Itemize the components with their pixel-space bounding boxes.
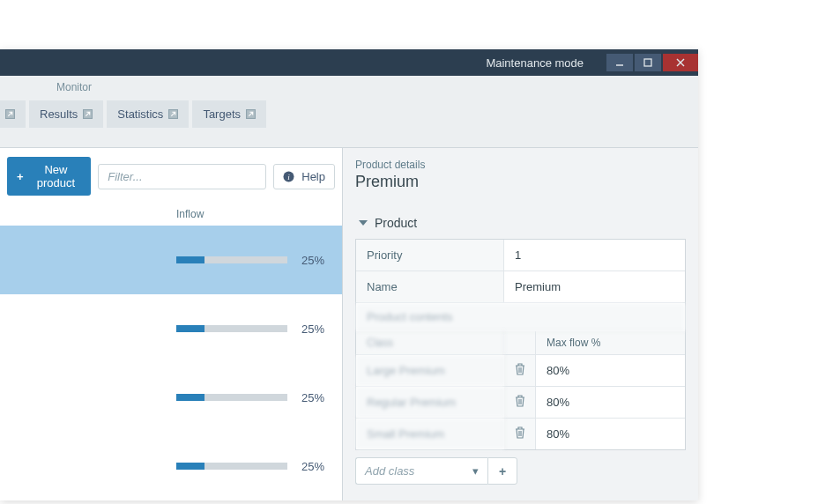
new-product-button[interactable]: + New product [7,157,91,196]
contents-header: Product contents [356,303,685,331]
list-row[interactable]: 25% [0,294,342,363]
class-name: Small Premium [356,419,504,449]
section-toggle-product[interactable]: Product [355,207,686,239]
add-class-bar: Add class ▾ + [355,457,686,485]
product-list-panel: + New product i Help Inflow 25%25%25%25% [0,148,343,500]
list-row[interactable]: 25% [0,226,342,294]
app-window: Maintenance mode Monitor Results Statist… [0,49,698,500]
trash-icon[interactable] [515,426,525,442]
add-class-button[interactable]: + [487,457,517,485]
inflow-bar [176,394,287,401]
titlebar: Maintenance mode [0,49,698,76]
inflow-pct: 25% [301,460,324,473]
plus-icon: + [17,170,24,183]
chevron-down-icon [359,220,368,226]
inflow-pct: 25% [301,254,324,267]
tab-blank[interactable] [0,100,26,128]
priority-label: Priority [356,240,504,271]
inflow-pct: 25% [301,322,324,336]
name-value[interactable]: Premium [504,271,685,302]
tab-statistics[interactable]: Statistics [107,100,189,128]
maximize-button[interactable] [635,54,661,71]
class-row: Small Premium80% [356,419,685,449]
class-flow[interactable]: 80% [536,387,685,418]
tab-label: Statistics [117,107,163,121]
list-row[interactable]: 25% [0,432,342,500]
details-name: Premium [355,173,686,191]
class-flow[interactable]: 80% [536,419,685,449]
filter-input[interactable] [98,164,266,189]
class-name: Large Premium [356,355,504,386]
help-label: Help [301,170,325,183]
trash-icon[interactable] [515,363,525,379]
priority-value[interactable]: 1 [504,240,685,271]
tabs: Results Statistics Targets [0,100,698,128]
popout-icon [168,109,178,119]
inflow-bar [176,256,287,263]
details-label: Product details [355,159,686,171]
class-row: Regular Premium80% [356,387,685,419]
toolbar: + New product i Help [0,148,342,204]
details-panel: Product details Premium Product Priority… [343,148,698,500]
class-flow[interactable]: 80% [536,355,685,386]
info-icon: i [283,171,294,182]
popout-icon [5,109,15,119]
tab-label: Targets [203,107,241,121]
add-class-select[interactable]: Add class ▾ [355,457,487,485]
ribbon: Monitor Results Statistics Targets [0,76,698,148]
tab-results[interactable]: Results [29,100,103,128]
section-label: Product [375,216,417,230]
inflow-bar [176,463,287,470]
ribbon-group-label: Monitor [0,76,698,100]
chevron-down-icon: ▾ [472,464,479,478]
content: + New product i Help Inflow 25%25%25%25%… [0,148,698,500]
inflow-header: Inflow [0,204,342,226]
tab-targets[interactable]: Targets [192,100,266,128]
class-row: Large Premium80% [356,355,685,387]
col-class: Class [356,331,504,354]
minimize-button[interactable] [606,54,633,71]
popout-icon [83,109,93,119]
close-button[interactable] [663,54,698,71]
inflow-pct: 25% [301,391,324,404]
row-priority: Priority 1 [356,240,685,271]
help-button[interactable]: i Help [273,164,335,189]
contents-columns: Class Max flow % [356,331,685,355]
col-maxflow: Max flow % [536,331,685,354]
new-product-label: New product [31,163,82,189]
class-name: Regular Premium [356,387,504,418]
trash-icon[interactable] [515,395,525,411]
popout-icon [246,109,256,119]
property-grid: Priority 1 Name Premium Product contents… [355,239,686,450]
plus-icon: + [499,464,506,478]
list-row[interactable]: 25% [0,363,342,432]
add-class-placeholder: Add class [365,464,414,478]
tab-label: Results [40,107,78,121]
name-label: Name [356,271,504,302]
inflow-bar [176,325,287,332]
row-name: Name Premium [356,271,685,303]
mode-label: Maintenance mode [486,56,584,70]
svg-rect-1 [644,59,651,66]
